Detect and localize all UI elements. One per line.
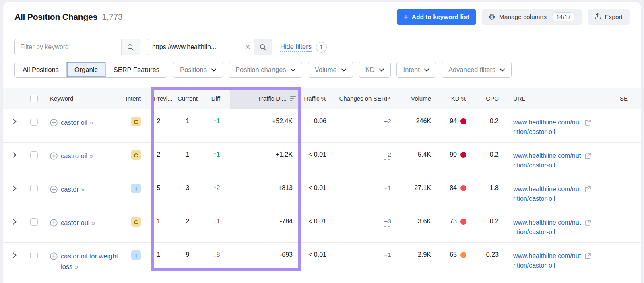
- add-keyword-icon[interactable]: [50, 252, 58, 260]
- url-search-button[interactable]: [254, 39, 272, 55]
- export-button[interactable]: Export: [588, 9, 630, 25]
- column-header-previous[interactable]: Previ...: [145, 88, 172, 109]
- add-keyword-icon[interactable]: [50, 186, 58, 193]
- position-type-segmented-control: All Positions Organic SERP Features: [14, 62, 167, 78]
- manage-columns-button[interactable]: ⚙ Manage columns 14/17: [482, 9, 582, 25]
- positions-dropdown[interactable]: Positions: [173, 62, 223, 78]
- changes-on-serp-value[interactable]: +2: [384, 118, 391, 126]
- result-url-link[interactable]: www.healthline.com/nut: [513, 251, 581, 261]
- keyword-link[interactable]: castor: [61, 186, 79, 193]
- column-header-intent[interactable]: Intent: [121, 88, 145, 109]
- filter-inputs-row: ✕ Hide filters 1: [14, 39, 630, 55]
- external-link-icon[interactable]: [584, 186, 591, 193]
- external-link-icon[interactable]: [584, 153, 591, 159]
- expand-row-icon[interactable]: [13, 119, 17, 124]
- open-keyword-icon[interactable]: »: [74, 263, 78, 271]
- open-keyword-icon[interactable]: »: [89, 119, 93, 126]
- column-header-current[interactable]: Current: [172, 88, 203, 109]
- result-url-link[interactable]: www.healthline.com/nut: [513, 218, 581, 227]
- column-header-diff[interactable]: Diff.: [203, 88, 230, 109]
- row-checkbox[interactable]: [30, 185, 38, 192]
- kd-dropdown[interactable]: KD: [359, 62, 391, 78]
- expand-row-icon[interactable]: [13, 252, 17, 258]
- column-header-traffic-diff[interactable]: Traffic Di...: [230, 88, 301, 109]
- result-url-link-wrap[interactable]: rition/castor-oil: [513, 128, 555, 135]
- add-keyword-icon[interactable]: [50, 119, 58, 126]
- previous-position-value: 2: [145, 143, 172, 176]
- intent-badge[interactable]: C: [131, 217, 141, 227]
- changes-on-serp-value[interactable]: +1: [384, 251, 391, 260]
- row-checkbox[interactable]: [30, 151, 38, 159]
- intent-badge[interactable]: C: [131, 150, 141, 160]
- add-keyword-icon[interactable]: [50, 152, 58, 160]
- changes-on-serp-value[interactable]: +2: [384, 151, 391, 160]
- tab-all-positions[interactable]: All Positions: [15, 62, 67, 77]
- result-url-link-wrap[interactable]: rition/castor-oil: [513, 229, 555, 235]
- expand-row-icon[interactable]: [13, 219, 17, 225]
- row-checkbox[interactable]: [30, 252, 38, 259]
- column-header-keyword[interactable]: Keyword: [42, 88, 121, 109]
- column-header-kd[interactable]: KD %: [436, 88, 472, 109]
- intent-badge[interactable]: C: [131, 117, 141, 126]
- result-url-link[interactable]: www.healthline.com/nut: [513, 118, 581, 127]
- title-bar: All Position Changes 1,773 + Add to keyw…: [3, 2, 641, 31]
- keyword-link[interactable]: castor oil for weight loss: [61, 252, 118, 270]
- expand-row-icon[interactable]: [13, 152, 17, 158]
- table-row: castor oil» C 2 1 ↑1 +52.4K 0.06 +2 246K…: [3, 109, 641, 143]
- kd-value: 65: [450, 251, 457, 258]
- kd-difficulty-dot: [460, 185, 466, 191]
- row-checkbox[interactable]: [30, 118, 38, 126]
- previous-position-value: 5: [145, 176, 172, 209]
- add-to-keyword-list-button[interactable]: + Add to keyword list: [397, 9, 476, 25]
- tab-serp-features[interactable]: SERP Features: [106, 62, 167, 77]
- row-checkbox[interactable]: [30, 218, 38, 226]
- external-link-icon[interactable]: [584, 219, 591, 226]
- column-header-changes-on-serp[interactable]: Changes on SERP: [331, 88, 398, 109]
- result-url-link-wrap[interactable]: rition/castor-oil: [513, 262, 555, 269]
- column-header-se-truncated[interactable]: SE: [610, 88, 641, 109]
- expand-row-icon[interactable]: [13, 186, 17, 191]
- table-row: castor oul» C 1 2 ↓1 -784 < 0.01 +3 3.6K…: [3, 209, 641, 243]
- keyword-search-button[interactable]: [121, 39, 140, 55]
- open-keyword-icon[interactable]: »: [92, 219, 95, 227]
- external-link-icon[interactable]: [584, 253, 591, 260]
- advanced-filters-dropdown[interactable]: Advanced filters: [442, 62, 512, 78]
- tab-organic[interactable]: Organic: [67, 62, 106, 77]
- result-url-link-wrap[interactable]: rition/castor-oil: [513, 162, 555, 169]
- column-header-url[interactable]: URL: [504, 88, 610, 109]
- column-header-traffic-pct[interactable]: Traffic %: [301, 88, 331, 109]
- result-url-link[interactable]: www.healthline.com/nut: [513, 184, 581, 194]
- keyword-link[interactable]: castor oul: [61, 219, 90, 226]
- intent-badge[interactable]: I: [131, 184, 141, 193]
- changes-on-serp-value[interactable]: +3: [384, 218, 391, 227]
- keyword-link[interactable]: castro oil: [61, 152, 87, 159]
- keyword-filter-input[interactable]: [15, 39, 121, 55]
- select-all-checkbox[interactable]: [30, 95, 38, 102]
- changes-on-serp-value[interactable]: +1: [384, 184, 391, 193]
- url-filter-input[interactable]: [147, 39, 242, 55]
- cpc-value: 1.8: [472, 176, 504, 209]
- column-header-cpc[interactable]: CPC: [472, 88, 504, 109]
- external-link-icon[interactable]: [584, 119, 591, 126]
- keywords-table: Keyword Intent Previ... Current Diff. Tr…: [3, 88, 641, 278]
- current-position-value: 1: [172, 143, 203, 176]
- column-header-volume[interactable]: Volume: [398, 88, 436, 109]
- intent-badge[interactable]: I: [131, 250, 141, 260]
- open-keyword-icon[interactable]: »: [89, 152, 93, 160]
- previous-position-value: 1: [145, 209, 172, 242]
- result-url-link-wrap[interactable]: rition/castor-oil: [513, 195, 555, 202]
- hide-filters-link[interactable]: Hide filters: [280, 43, 312, 52]
- chevron-down-icon: [341, 68, 346, 72]
- intent-dropdown[interactable]: Intent: [396, 62, 436, 78]
- traffic-diff-value: +1.2K: [230, 143, 301, 176]
- clear-icon[interactable]: ✕: [242, 39, 254, 55]
- add-keyword-icon[interactable]: [50, 219, 58, 227]
- kd-value: 84: [450, 184, 457, 192]
- open-keyword-icon[interactable]: »: [81, 186, 85, 193]
- result-url-link[interactable]: www.healthline.com/nut: [513, 151, 581, 161]
- keyword-link[interactable]: castor oil: [61, 119, 87, 126]
- kd-difficulty-dot: [460, 118, 466, 124]
- volume-dropdown[interactable]: Volume: [308, 62, 353, 78]
- position-changes-dropdown[interactable]: Position changes: [229, 62, 302, 78]
- chevron-down-icon: [211, 68, 216, 72]
